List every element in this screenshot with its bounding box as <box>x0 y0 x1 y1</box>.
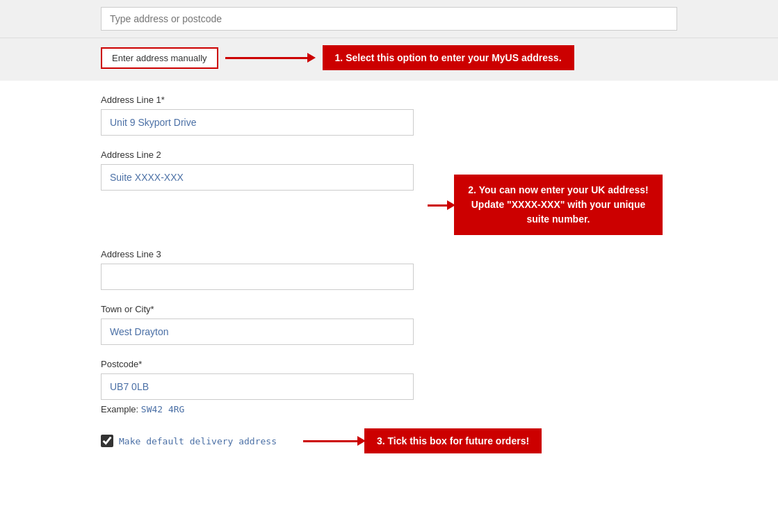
callout-3-box: 3. Tick this box for future orders! <box>364 428 542 453</box>
addr2-input-wrapper <box>101 164 414 191</box>
postcode-example-code: SW42 4RG <box>141 404 185 414</box>
address-line2-label: Address Line 2 <box>101 150 677 160</box>
address-line1-input[interactable] <box>101 109 414 136</box>
callout-3-container: 3. Tick this box for future orders! <box>303 428 542 453</box>
address-line2-group: Address Line 2 2. You can now enter your… <box>101 150 677 235</box>
postcode-group: Postcode* Example: SW42 4RG <box>101 359 677 414</box>
callout-2-box: 2. You can now enter your UK address! Up… <box>454 175 663 235</box>
page-wrapper: Enter address manually 1. Select this op… <box>0 0 778 532</box>
town-city-input[interactable] <box>101 319 414 345</box>
postcode-example: Example: SW42 4RG <box>101 404 677 414</box>
default-delivery-checkbox[interactable] <box>101 435 113 447</box>
address-line1-label: Address Line 1* <box>101 95 677 105</box>
postcode-label: Postcode* <box>101 359 677 369</box>
address-line1-group: Address Line 1* <box>101 95 677 136</box>
default-delivery-label: Make default delivery address <box>119 436 277 446</box>
enter-address-manually-button[interactable]: Enter address manually <box>101 47 218 69</box>
arrow-to-callout2-icon <box>428 199 448 211</box>
default-delivery-row: Make default delivery address 3. Tick th… <box>101 428 677 453</box>
addr2-row: 2. You can now enter your UK address! Up… <box>101 164 677 235</box>
addr2-arrow-callout: 2. You can now enter your UK address! Up… <box>428 175 663 235</box>
arrow-to-callout1-icon <box>225 51 309 64</box>
town-city-label: Town or City* <box>101 304 677 314</box>
town-city-group: Town or City* <box>101 304 677 345</box>
address-line3-group: Address Line 3 <box>101 249 677 290</box>
arrow-to-callout3-icon <box>303 435 359 447</box>
address-line3-label: Address Line 3 <box>101 249 677 259</box>
address-search-input[interactable] <box>101 7 677 31</box>
address-line3-input[interactable] <box>101 264 414 290</box>
callout-1-box: 1. Select this option to enter your MyUS… <box>323 45 574 70</box>
form-section: Address Line 1* Address Line 2 2. You ca… <box>0 81 778 474</box>
address-line2-input[interactable] <box>101 164 414 191</box>
manual-address-row: Enter address manually 1. Select this op… <box>0 38 778 81</box>
postcode-input[interactable] <box>101 373 414 400</box>
search-bar-section <box>0 0 778 38</box>
